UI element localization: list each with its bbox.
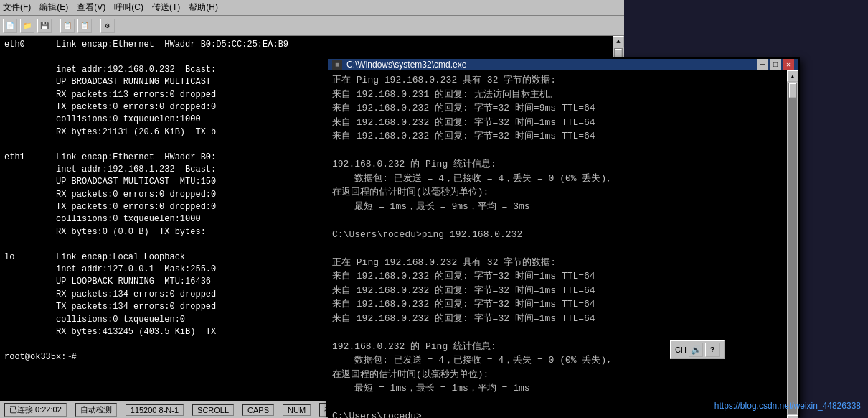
cmd-line: 正在 Ping 192.168.0.232 具有 32 字节的数据: [332, 256, 783, 270]
toolbar-new[interactable]: 📄 [3, 19, 17, 33]
cmd-line: C:\Users\rocedu>ping 192.168.0.232 [332, 228, 783, 242]
cmd-scroll-down[interactable]: ▼ [787, 415, 798, 419]
close-button[interactable]: ✕ [783, 59, 794, 70]
toolbar-paste[interactable]: 📋 [77, 19, 92, 33]
terminal-line: eth0 Link encap:Ethernet HWaddr B0:D5:CC… [4, 39, 608, 51]
menu-call[interactable]: 呼叫(C) [114, 1, 143, 14]
cmd-content-area: 正在 Ping 192.168.0.232 具有 32 字节的数据: 来自 19… [328, 70, 798, 418]
status-scroll: SCROLL [192, 404, 234, 416]
status-baud: 115200 8-N-1 [126, 404, 184, 416]
cmd-line: 来自 192.168.0.232 的回复: 字节=32 时间=1ms TTL=6… [332, 297, 783, 312]
tray-icon[interactable]: 🔊 [689, 343, 703, 357]
cmd-line: 192.168.0.232 的 Ping 统计信息: [332, 157, 783, 172]
cmd-line: 来自 192.168.0.232 的回复: 字节=32 时间=1ms TTL=6… [332, 269, 783, 284]
toolbar-open[interactable]: 📁 [20, 19, 34, 33]
help-tray-button[interactable]: ? [705, 343, 720, 357]
toolbar-props[interactable]: ⚙ [100, 19, 115, 33]
footer-url: https://blog.csdn.net/weixin_44826338 [714, 399, 861, 412]
minimize-button[interactable]: ─ [757, 59, 768, 70]
cmd-line: 正在 Ping 192.168.0.232 具有 32 字节的数据: [332, 73, 783, 88]
cmd-line: 来自 192.168.0.232 的回复: 字节=32 时间=9ms TTL=6… [332, 101, 783, 116]
cmd-scroll-track[interactable] [788, 83, 797, 414]
menu-edit[interactable]: 编辑(E) [39, 1, 68, 14]
menu-transfer[interactable]: 传送(T) [152, 1, 180, 14]
tray-speaker-icon: 🔊 [691, 345, 702, 356]
status-caps: CAPS [242, 404, 274, 416]
cmd-line: 来自 192.168.0.232 的回复: 字节=32 时间=1ms TTL=6… [332, 129, 783, 144]
status-auto-detect: 自动检测 [75, 403, 117, 417]
cmd-line: 最短 = 1ms，最长 = 1ms，平均 = 1ms [332, 381, 783, 396]
cmd-scroll-up[interactable]: ▲ [787, 70, 798, 82]
cmd-line: 来自 192.168.0.232 的回复: 字节=32 时间=1ms TTL=6… [332, 284, 783, 298]
cmd-line: 来自 192.168.0.232 的回复: 字节=32 时间=1ms TTL=6… [332, 116, 783, 130]
cmd-line: 数据包: 已发送 = 4，已接收 = 4，丢失 = 0 (0% 丢失), [332, 172, 783, 186]
toolbar-save[interactable]: 💾 [37, 19, 52, 33]
cmd-titlebar-left: ■ C:\Windows\system32\cmd.exe [332, 60, 466, 70]
cmd-window-icon: ■ [332, 60, 342, 70]
cmd-titlebar: ■ C:\Windows\system32\cmd.exe ─ □ ✕ [328, 59, 798, 70]
cmd-line: 来自 192.168.0.232 的回复: 字节=32 时间=1ms TTL=6… [332, 312, 783, 326]
cmd-window-controls: ─ □ ✕ [757, 59, 794, 70]
menu-view[interactable]: 查看(V) [77, 1, 105, 14]
linux-menubar: 文件(F) 编辑(E) 查看(V) 呼叫(C) 传送(T) 帮助(H) [0, 0, 624, 16]
system-tray: CH 🔊 ? [670, 340, 725, 359]
cmd-terminal-content[interactable]: 正在 Ping 192.168.0.232 具有 32 字节的数据: 来自 19… [328, 70, 787, 418]
ch-button[interactable]: CH [675, 345, 687, 354]
cmd-line: 来自 192.168.0.231 的回复: 无法访问目标主机。 [332, 88, 783, 102]
menu-help[interactable]: 帮助(H) [189, 1, 218, 14]
cmd-scrollbar[interactable]: ▲ ▼ [787, 70, 798, 418]
toolbar-copy[interactable]: 📋 [60, 19, 75, 33]
maximize-button[interactable]: □ [770, 59, 781, 70]
cmd-line: 在返回程的估计时间(以毫秒为单位): [332, 185, 783, 200]
cmd-line: 最短 = 1ms，最长 = 9ms，平均 = 3ms [332, 200, 783, 214]
linux-toolbar: 📄 📁 💾 📋 📋 ⚙ [0, 16, 624, 36]
scrollbar-up-arrow[interactable]: ▲ [613, 36, 624, 47]
status-connection: 已连接 0:22:02 [4, 403, 67, 417]
cmd-title-text: C:\Windows\system32\cmd.exe [346, 60, 466, 70]
cmd-line: 在返回程的估计时间(以毫秒为单位): [332, 368, 783, 382]
cmd-scroll-thumb[interactable] [789, 83, 796, 98]
cmd-window: ■ C:\Windows\system32\cmd.exe ─ □ ✕ 正在 P… [326, 57, 800, 417]
status-num: NUM [283, 404, 311, 416]
url-text: https://blog.csdn.net/weixin_44826338 [714, 401, 861, 411]
menu-file[interactable]: 文件(F) [3, 1, 31, 14]
